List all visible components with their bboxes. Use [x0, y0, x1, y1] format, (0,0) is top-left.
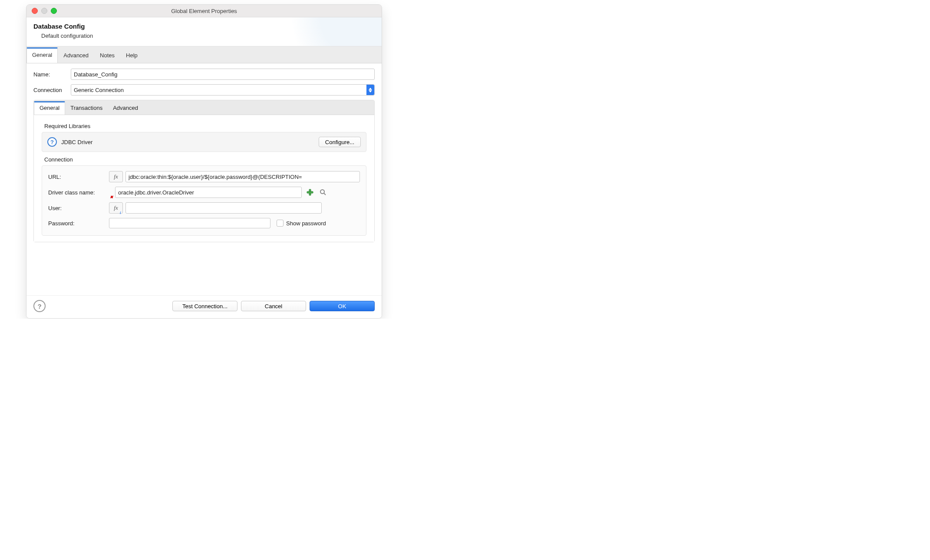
- connection-select[interactable]: [71, 84, 375, 96]
- svg-rect-3: [307, 191, 313, 193]
- driver-error-icon: ✖: [109, 187, 112, 198]
- cancel-button[interactable]: Cancel: [241, 301, 306, 311]
- dialog-body: Name: Connection General Transactions Ad…: [26, 63, 382, 295]
- name-label: Name:: [33, 71, 71, 78]
- user-input[interactable]: [125, 202, 322, 214]
- connection-section-label: Connection: [44, 156, 366, 163]
- connection-subpanel: General Transactions Advanced Required L…: [33, 100, 375, 242]
- user-fx-button[interactable]: fxi: [109, 202, 123, 214]
- name-input[interactable]: [71, 69, 375, 80]
- driver-input[interactable]: [115, 187, 302, 198]
- svg-marker-1: [369, 90, 372, 92]
- show-password-label: Show password: [286, 220, 326, 227]
- dialog-footer: ? Test Connection... Cancel OK: [26, 295, 382, 318]
- svg-line-5: [324, 193, 326, 195]
- required-libraries-label: Required Libraries: [44, 123, 366, 129]
- dialog-subtitle: Default configuration: [41, 33, 375, 39]
- sub-body: Required Libraries ? JDBC Driver Configu…: [34, 115, 374, 242]
- subtab-advanced[interactable]: Advanced: [108, 101, 143, 115]
- url-input[interactable]: [125, 171, 360, 182]
- ok-button[interactable]: OK: [310, 301, 375, 311]
- subtab-general[interactable]: General: [34, 101, 65, 115]
- connection-label: Connection: [33, 87, 71, 93]
- titlebar: Global Element Properties: [26, 5, 382, 17]
- tab-general[interactable]: General: [26, 47, 58, 63]
- help-icon[interactable]: ?: [47, 137, 57, 147]
- dialog-header: Database Config Default configuration: [26, 17, 382, 46]
- tab-notes[interactable]: Notes: [94, 47, 120, 63]
- dialog-window: Global Element Properties Database Confi…: [26, 4, 382, 319]
- test-connection-button[interactable]: Test Connection...: [172, 301, 237, 311]
- driver-label: Driver class name:: [48, 189, 109, 196]
- sub-tabbar: General Transactions Advanced: [34, 100, 374, 115]
- tab-help[interactable]: Help: [120, 47, 143, 63]
- add-driver-button[interactable]: [305, 188, 315, 197]
- password-input[interactable]: [109, 218, 270, 228]
- show-password-checkbox[interactable]: [277, 220, 284, 227]
- url-label: URL:: [48, 174, 109, 180]
- footer-help-button[interactable]: ?: [33, 300, 46, 312]
- connection-dropdown-icon[interactable]: [366, 85, 374, 95]
- tab-advanced[interactable]: Advanced: [58, 47, 94, 63]
- url-fx-button[interactable]: fx: [109, 171, 123, 182]
- window-title: Global Element Properties: [26, 8, 382, 14]
- header-decoration: [290, 17, 382, 46]
- svg-point-4: [320, 190, 324, 194]
- connection-fields-box: URL: fx Driver class name: ✖: [42, 165, 366, 236]
- configure-button[interactable]: Configure...: [319, 137, 361, 147]
- required-libraries-box: ? JDBC Driver Configure...: [42, 132, 366, 152]
- search-driver-button[interactable]: [318, 188, 328, 197]
- jdbc-driver-label: JDBC Driver: [61, 139, 92, 145]
- main-tabbar: General Advanced Notes Help: [26, 46, 382, 63]
- dialog-title: Database Config: [33, 23, 375, 30]
- user-label: User:: [48, 205, 109, 211]
- password-label: Password:: [48, 220, 109, 227]
- svg-marker-0: [369, 88, 372, 90]
- subtab-transactions[interactable]: Transactions: [65, 101, 108, 115]
